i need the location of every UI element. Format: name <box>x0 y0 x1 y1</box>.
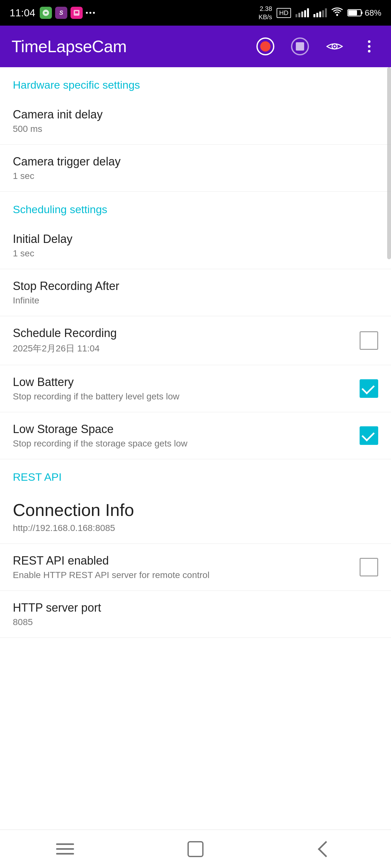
svg-rect-6 <box>348 10 357 16</box>
low-battery-title: Low Battery <box>13 375 360 389</box>
svg-rect-2 <box>75 11 78 13</box>
more-indicator <box>86 12 95 14</box>
low-battery-subtitle: Stop recording if the battery level gets… <box>13 392 360 402</box>
more-options-button[interactable] <box>359 36 380 57</box>
camera-trigger-delay-title: Camera trigger delay <box>13 155 378 168</box>
record-button[interactable] <box>255 36 276 57</box>
http-server-port-value: 8085 <box>13 617 378 627</box>
rest-api-section-header: REST API <box>0 459 391 490</box>
network-speed: 2.38 KB/s <box>259 4 272 21</box>
signal-bars <box>296 8 309 17</box>
camera-init-delay-title: Camera init delay <box>13 108 378 121</box>
low-storage-subtitle: Stop recording if the storage space gets… <box>13 438 360 449</box>
scrollbar[interactable] <box>387 67 391 259</box>
stop-icon <box>291 37 309 55</box>
back-icon <box>317 841 334 857</box>
initial-delay-title: Initial Delay <box>13 232 378 246</box>
content: Hardware specific settings Camera init d… <box>0 67 391 683</box>
svg-point-8 <box>334 45 336 48</box>
schedule-recording-text: Schedule Recording 2025年2月26日 11:04 <box>13 327 360 354</box>
hardware-section-header: Hardware specific settings <box>0 67 391 98</box>
hamburger-icon <box>56 843 74 855</box>
schedule-recording-value: 2025年2月26日 11:04 <box>13 342 360 354</box>
http-server-port-item[interactable]: HTTP server port 8085 <box>0 591 391 638</box>
connection-info-title: Connection Info <box>13 500 378 520</box>
home-icon <box>188 841 203 857</box>
navigation-bar <box>0 830 391 868</box>
pink-app-icon <box>71 7 83 19</box>
app-title: TimeLapseCam <box>11 37 255 56</box>
initial-delay-value: 1 sec <box>13 248 378 258</box>
home-button[interactable] <box>179 836 212 862</box>
hd-badge: HD <box>277 8 291 18</box>
stop-recording-after-item[interactable]: Stop Recording After Infinite <box>0 269 391 316</box>
camera-init-delay-value: 500 ms <box>13 124 378 134</box>
stop-square <box>296 42 304 51</box>
view-button[interactable] <box>324 36 345 57</box>
stop-recording-after-title: Stop Recording After <box>13 279 378 293</box>
scheduling-section-header: Scheduling settings <box>0 192 391 222</box>
http-server-port-title: HTTP server port <box>13 601 378 615</box>
low-storage-title: Low Storage Space <box>13 423 360 436</box>
low-storage-text: Low Storage Space Stop recording if the … <box>13 423 360 449</box>
initial-delay-text: Initial Delay 1 sec <box>13 232 378 258</box>
rest-api-enabled-title: REST API enabled <box>13 554 360 567</box>
low-storage-item[interactable]: Low Storage Space Stop recording if the … <box>0 412 391 459</box>
status-left: 11:04 S <box>9 7 95 19</box>
camera-trigger-delay-value: 1 sec <box>13 171 378 181</box>
svg-rect-5 <box>361 11 362 14</box>
green-app-icon <box>40 7 52 19</box>
rest-api-enabled-item[interactable]: REST API enabled Enable HTTP REST API se… <box>0 544 391 591</box>
rest-api-enabled-text: REST API enabled Enable HTTP REST API se… <box>13 554 360 580</box>
schedule-recording-checkbox[interactable] <box>360 331 378 350</box>
schedule-recording-title: Schedule Recording <box>13 327 360 340</box>
http-server-port-text: HTTP server port 8085 <box>13 601 378 627</box>
camera-init-delay-text: Camera init delay 500 ms <box>13 108 378 134</box>
status-right: 2.38 KB/s HD <box>259 4 381 21</box>
camera-trigger-delay-text: Camera trigger delay 1 sec <box>13 155 378 181</box>
initial-delay-item[interactable]: Initial Delay 1 sec <box>0 222 391 269</box>
wifi-icon <box>331 7 343 18</box>
stop-recording-after-value: Infinite <box>13 296 378 306</box>
schedule-recording-item[interactable]: Schedule Recording 2025年2月26日 11:04 <box>0 316 391 365</box>
connection-info-url: http://192.168.0.168:8085 <box>13 523 378 533</box>
more-dots-icon <box>368 40 370 53</box>
camera-init-delay-item[interactable]: Camera init delay 500 ms <box>0 98 391 145</box>
connection-info-item[interactable]: Connection Info http://192.168.0.168:808… <box>0 490 391 544</box>
record-inner <box>260 41 271 52</box>
low-battery-item[interactable]: Low Battery Stop recording if the batter… <box>0 365 391 412</box>
low-storage-checkbox[interactable] <box>360 426 378 445</box>
status-icons: S <box>40 7 95 19</box>
eye-icon <box>326 41 343 52</box>
low-battery-text: Low Battery Stop recording if the batter… <box>13 375 360 402</box>
soul-app-icon: S <box>55 7 67 19</box>
stop-recording-after-text: Stop Recording After Infinite <box>13 279 378 306</box>
header-actions <box>255 36 380 57</box>
status-bar: 11:04 S 2.38 KB/s HD <box>0 0 391 26</box>
signal-bars-2 <box>313 8 327 17</box>
camera-trigger-delay-item[interactable]: Camera trigger delay 1 sec <box>0 145 391 192</box>
stop-button[interactable] <box>290 36 310 57</box>
status-time: 11:04 <box>9 7 35 19</box>
low-battery-checkbox[interactable] <box>360 379 378 398</box>
rest-api-enabled-checkbox[interactable] <box>360 558 378 577</box>
battery-icon: 68% <box>347 8 381 18</box>
app-header: TimeLapseCam <box>0 26 391 67</box>
back-button[interactable] <box>310 836 342 862</box>
battery-percent: 68% <box>365 8 381 18</box>
record-icon <box>256 37 274 55</box>
menu-button[interactable] <box>49 836 81 862</box>
svg-point-3 <box>336 14 338 16</box>
rest-api-enabled-subtitle: Enable HTTP REST API server for remote c… <box>13 570 360 580</box>
